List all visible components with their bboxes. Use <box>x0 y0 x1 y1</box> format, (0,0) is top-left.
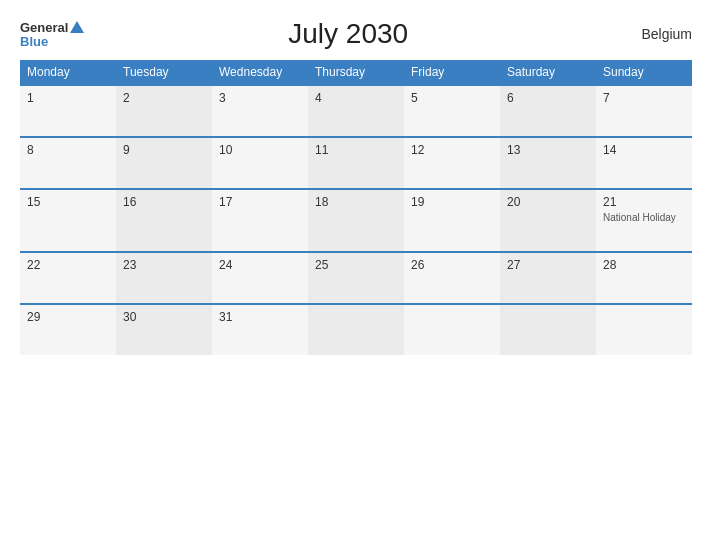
table-row: 27 <box>500 252 596 304</box>
table-row: 29 <box>20 304 116 355</box>
logo-general-text: General <box>20 21 68 34</box>
table-row: 9 <box>116 137 212 189</box>
table-row: 16 <box>116 189 212 252</box>
table-row: 15 <box>20 189 116 252</box>
table-row: 22 <box>20 252 116 304</box>
table-row: 3 <box>212 85 308 137</box>
header: General Blue July 2030 Belgium <box>20 18 692 50</box>
table-row: 19 <box>404 189 500 252</box>
table-row: 17 <box>212 189 308 252</box>
day-number: 6 <box>507 91 589 105</box>
logo: General Blue <box>20 21 84 48</box>
table-row: 4 <box>308 85 404 137</box>
day-number: 13 <box>507 143 589 157</box>
day-number: 18 <box>315 195 397 209</box>
table-row: 6 <box>500 85 596 137</box>
day-number: 7 <box>603 91 685 105</box>
logo-general: General <box>20 21 84 34</box>
day-number: 28 <box>603 258 685 272</box>
calendar-title: July 2030 <box>84 18 612 50</box>
calendar-week-row: 15161718192021National Holiday <box>20 189 692 252</box>
table-row: 25 <box>308 252 404 304</box>
day-number: 15 <box>27 195 109 209</box>
calendar-table: Monday Tuesday Wednesday Thursday Friday… <box>20 60 692 355</box>
header-sunday: Sunday <box>596 60 692 85</box>
calendar-week-row: 22232425262728 <box>20 252 692 304</box>
day-number: 1 <box>27 91 109 105</box>
table-row: 28 <box>596 252 692 304</box>
table-row <box>308 304 404 355</box>
day-number: 9 <box>123 143 205 157</box>
day-number: 12 <box>411 143 493 157</box>
table-row: 5 <box>404 85 500 137</box>
day-number: 3 <box>219 91 301 105</box>
day-number: 16 <box>123 195 205 209</box>
country-label: Belgium <box>612 26 692 42</box>
table-row: 12 <box>404 137 500 189</box>
day-number: 30 <box>123 310 205 324</box>
table-row: 13 <box>500 137 596 189</box>
table-row: 24 <box>212 252 308 304</box>
table-row: 7 <box>596 85 692 137</box>
table-row: 30 <box>116 304 212 355</box>
calendar-week-row: 891011121314 <box>20 137 692 189</box>
day-number: 2 <box>123 91 205 105</box>
logo-blue-text: Blue <box>20 35 84 48</box>
table-row <box>500 304 596 355</box>
table-row: 23 <box>116 252 212 304</box>
table-row: 2 <box>116 85 212 137</box>
day-number: 19 <box>411 195 493 209</box>
day-number: 25 <box>315 258 397 272</box>
header-saturday: Saturday <box>500 60 596 85</box>
holiday-label: National Holiday <box>603 212 685 223</box>
table-row <box>596 304 692 355</box>
table-row: 11 <box>308 137 404 189</box>
header-tuesday: Tuesday <box>116 60 212 85</box>
day-number: 8 <box>27 143 109 157</box>
logo-triangle-icon <box>70 21 84 33</box>
day-number: 20 <box>507 195 589 209</box>
table-row: 14 <box>596 137 692 189</box>
calendar-week-row: 293031 <box>20 304 692 355</box>
header-friday: Friday <box>404 60 500 85</box>
weekday-header-row: Monday Tuesday Wednesday Thursday Friday… <box>20 60 692 85</box>
day-number: 29 <box>27 310 109 324</box>
day-number: 22 <box>27 258 109 272</box>
table-row: 26 <box>404 252 500 304</box>
header-thursday: Thursday <box>308 60 404 85</box>
day-number: 14 <box>603 143 685 157</box>
table-row: 1 <box>20 85 116 137</box>
table-row: 20 <box>500 189 596 252</box>
table-row: 10 <box>212 137 308 189</box>
table-row <box>404 304 500 355</box>
day-number: 21 <box>603 195 685 209</box>
day-number: 5 <box>411 91 493 105</box>
day-number: 23 <box>123 258 205 272</box>
table-row: 18 <box>308 189 404 252</box>
day-number: 27 <box>507 258 589 272</box>
day-number: 4 <box>315 91 397 105</box>
header-wednesday: Wednesday <box>212 60 308 85</box>
day-number: 31 <box>219 310 301 324</box>
day-number: 10 <box>219 143 301 157</box>
table-row: 21National Holiday <box>596 189 692 252</box>
calendar-week-row: 1234567 <box>20 85 692 137</box>
day-number: 26 <box>411 258 493 272</box>
page: General Blue July 2030 Belgium Monday Tu… <box>0 0 712 550</box>
header-monday: Monday <box>20 60 116 85</box>
day-number: 24 <box>219 258 301 272</box>
table-row: 31 <box>212 304 308 355</box>
day-number: 11 <box>315 143 397 157</box>
table-row: 8 <box>20 137 116 189</box>
day-number: 17 <box>219 195 301 209</box>
